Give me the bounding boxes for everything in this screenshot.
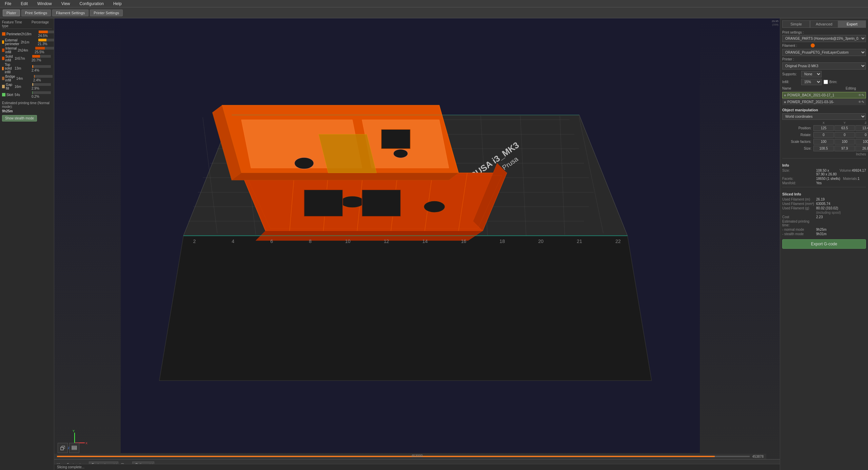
info-title: Info	[782, 163, 866, 167]
brim-row: Brim:	[824, 80, 837, 84]
coord-headers: X Y Z	[782, 121, 866, 125]
printer-label: Printer :	[782, 57, 809, 61]
stealth-mode-button[interactable]: Show stealth mode	[2, 115, 37, 121]
time-header: Time	[15, 20, 32, 28]
object-name-0: POWER_BACK_2021-03-17_1	[787, 93, 858, 97]
svg-marker-36	[232, 173, 458, 180]
filament-g-label: Used Filament (g)	[782, 206, 816, 210]
tab-filament-settings[interactable]: Filament Settings	[52, 10, 88, 16]
progress-track[interactable]	[57, 456, 750, 457]
stat-name-7: Skirt	[2, 93, 15, 97]
position-z[interactable]	[855, 125, 868, 131]
stat-row: Bridge infill 14m 2.4%	[2, 75, 52, 82]
export-gcode-button[interactable]: Export G-code	[782, 239, 866, 249]
stat-pct-5: 2.4%	[33, 75, 54, 82]
filament-g-note: (including spool)	[816, 211, 841, 214]
tab-print-settings[interactable]: Print Settings	[21, 10, 51, 16]
stealth-mode-label: - stealth mode	[782, 232, 816, 236]
normal-mode-val: 9h25m	[816, 228, 827, 231]
svg-text:14: 14	[422, 239, 428, 244]
size-label: Size:	[782, 147, 813, 150]
tab-simple[interactable]: Simple	[782, 20, 810, 28]
stat-color-6	[2, 85, 5, 88]
svg-text:8: 8	[309, 239, 312, 244]
svg-text:18: 18	[499, 239, 505, 244]
stat-time-1: 2h1m	[21, 40, 38, 44]
infill-select[interactable]: 15%	[801, 79, 822, 85]
svg-text:2: 2	[193, 239, 196, 244]
stat-row: Internal infill 2h24m 25.5%	[2, 46, 52, 54]
layers-view-btn[interactable]	[69, 443, 79, 453]
svg-point-40	[393, 149, 408, 158]
size-z[interactable]	[855, 146, 868, 151]
rotate-z[interactable]	[855, 132, 868, 138]
progress-bar-area[interactable]: 453878	[54, 454, 766, 459]
right-panel: Simple Advanced Expert Print settings : …	[780, 18, 868, 470]
menu-edit[interactable]: Edit	[19, 1, 30, 7]
edit-icon-1[interactable]: ✎	[862, 100, 864, 104]
stat-pct-3: 20.7%	[32, 55, 52, 62]
supports-select[interactable]: None	[801, 71, 822, 77]
position-row: Position: mm	[782, 125, 866, 131]
sliced-info-section: Sliced Info Used Filament (m) 26.19 Used…	[782, 187, 866, 236]
info-size-row: Size: 108.50 x 97.90 x 26.80 Volume: 499…	[782, 169, 866, 176]
stat-row: Perimeter 2h18m 24.5%	[2, 30, 52, 38]
filament-mm3-val: 63005.74	[816, 202, 830, 206]
svg-rect-69	[72, 446, 77, 447]
menu-help[interactable]: Help	[111, 1, 124, 7]
svg-text:16: 16	[461, 239, 466, 244]
rotate-x[interactable]	[813, 132, 834, 138]
print-profile-select[interactable]: ORANGE_PARTS (Honeycomb@15%_3perin_0.2..…	[782, 35, 866, 42]
stat-row: External perimeter 2h1m 21.3%	[2, 38, 52, 46]
stat-pct-4: 2.4%	[32, 65, 52, 72]
tab-plater[interactable]: Plater	[3, 10, 20, 16]
stat-time-7: 54s	[15, 93, 32, 97]
viewport[interactable]: PRUSA i3_MK3 by Josef Prusa	[54, 18, 780, 470]
object-icon-0: ■	[784, 93, 786, 97]
stat-row: Solid infill 1h57m 20.7%	[2, 55, 52, 62]
eye-icon-1[interactable]: 👁	[858, 100, 862, 104]
scale-z[interactable]	[855, 139, 868, 145]
menu-view[interactable]: View	[59, 1, 72, 7]
info-manifold-row: Manifold: Yes	[782, 181, 866, 185]
brim-checkbox[interactable]	[824, 80, 828, 84]
normal-mode-row: - normal mode 9h25m	[782, 228, 866, 231]
scale-y[interactable]	[834, 139, 855, 145]
svg-text:12: 12	[384, 239, 389, 244]
scale-x[interactable]	[813, 139, 834, 145]
edit-icon-0[interactable]: ✎	[862, 93, 864, 97]
perspective-view-btn[interactable]	[58, 443, 68, 453]
infill-row: Infill: 15% Brim:	[782, 79, 866, 85]
tab-advanced[interactable]: Advanced	[810, 20, 838, 28]
eye-icon-0[interactable]: 👁	[858, 93, 862, 97]
object-row[interactable]: ■ POWER_FRONT_2021-03-16- 👁 ✎	[782, 99, 866, 105]
coord-mode-select[interactable]: World coordinates Local coordinates	[782, 113, 866, 120]
stats-header: Feature type Time Percentage	[2, 20, 52, 29]
size-y[interactable]	[834, 146, 855, 151]
position-x[interactable]	[813, 125, 834, 131]
printer-profile-select[interactable]: Original Prusa i3 MK3	[782, 62, 866, 70]
menu-file[interactable]: File	[3, 1, 13, 7]
filament-profile-select[interactable]: ORANGE_PrusaPETG_FirstLayerCustom	[782, 49, 866, 56]
filament-color-dot	[811, 43, 815, 48]
tab-printer-settings[interactable]: Printer Settings	[90, 10, 123, 16]
menu-configuration[interactable]: Configuration	[78, 1, 106, 7]
stat-time-4: 13m	[15, 67, 32, 70]
stat-row: Gap fill 16m 2.9%	[2, 83, 52, 90]
info-volume-key: Volume:	[840, 169, 852, 176]
object-row[interactable]: ■ POWER_BACK_2021-03-17_1 👁 ✎	[782, 92, 866, 98]
filament-g-note-row: (including spool)	[782, 211, 866, 214]
menu-window[interactable]: Window	[35, 1, 54, 7]
svg-text:10: 10	[345, 239, 351, 244]
rotate-y[interactable]	[834, 132, 855, 138]
normal-mode-label: - normal mode	[782, 228, 816, 231]
size-x[interactable]	[813, 146, 834, 151]
estimated-time-label: Estimated printing time (Normal mode):	[2, 101, 52, 109]
inches-label: Inches	[782, 152, 866, 156]
stat-bar-6	[32, 83, 51, 86]
tab-expert[interactable]: Expert	[838, 20, 866, 28]
object-icon-1: ■	[784, 100, 786, 104]
filament-m-label: Used Filament (m)	[782, 198, 816, 201]
stealth-mode-row: - stealth mode 9h31m	[782, 232, 866, 236]
position-y[interactable]	[834, 125, 855, 131]
